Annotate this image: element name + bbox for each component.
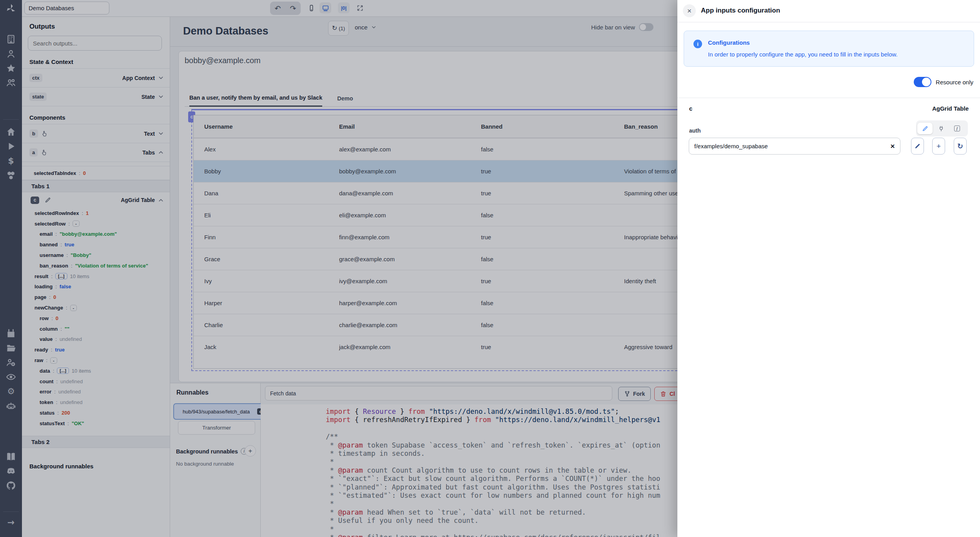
close-icon: × [687,7,691,15]
static-mode-button[interactable] [917,123,933,134]
auth-label: auth [689,127,701,134]
function-icon: f [954,126,960,131]
resource-only-label: Resource only [936,79,973,86]
info-title: Configurations [708,39,898,46]
clear-icon: × [890,142,895,150]
resource-path-input[interactable] [689,138,900,155]
resource-only-toggle[interactable] [914,77,931,87]
auth-field-block: f auth × + ↻ [677,120,980,167]
info-body: In order to properly configure the app, … [708,51,898,58]
component-type: AgGrid Table [932,105,969,112]
refresh-icon: ↻ [957,143,963,150]
drawer-title: App inputs configuration [701,7,780,15]
configurations-info-box: i Configurations In order to properly co… [684,31,974,67]
component-header-row: c AgGrid Table [677,98,980,112]
pencil-icon [914,143,921,149]
clear-resource-button[interactable]: × [888,142,897,150]
edit-resource-button[interactable] [911,138,924,155]
app-inputs-drawer: × App inputs configuration i Configurati… [677,0,980,537]
resource-only-row: Resource only [677,77,980,87]
component-id: c [689,105,692,112]
info-icon: i [693,40,702,48]
pencil-icon [922,126,928,132]
eval-mode-button[interactable]: f [949,123,965,134]
drawer-backdrop[interactable] [0,0,677,537]
input-mode-segmented-control: f [916,120,968,137]
refresh-resource-button[interactable]: ↻ [954,138,967,155]
drawer-header: × App inputs configuration [677,0,980,22]
plug-icon [938,126,944,132]
connect-mode-button[interactable] [933,123,949,134]
close-button[interactable]: × [683,4,696,17]
add-resource-button[interactable]: + [932,138,945,155]
